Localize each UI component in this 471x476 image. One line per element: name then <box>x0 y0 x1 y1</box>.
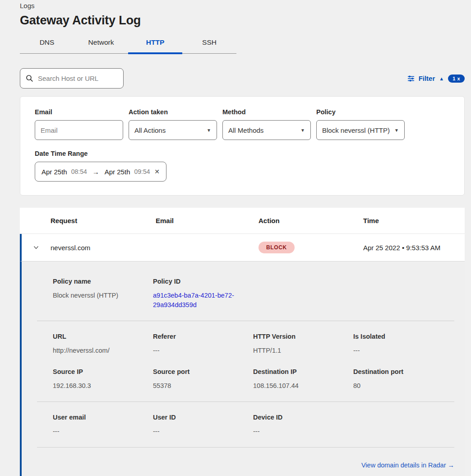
detail-value: 192.168.30.3 <box>53 381 146 391</box>
detail-value: 80 <box>353 381 446 391</box>
table-header: Request Email Action Time <box>20 208 465 234</box>
gateway-activity-log-page: Logs Gateway Activity Log DNS Network HT… <box>0 0 471 476</box>
field-policy: Policy Block neverssl (HTTP) ▼ <box>316 108 405 140</box>
field-http-version: HTTP Version HTTP/1.1 <box>253 333 353 355</box>
detail-value: --- <box>53 427 146 436</box>
action-taken-label: Action taken <box>129 108 217 116</box>
field-policy-id: Policy ID a91c3eb4-ba7a-4201-be72-29a934… <box>153 278 253 310</box>
field-user-email: User email --- <box>53 414 153 436</box>
date-time-range-label: Date Time Range <box>35 150 450 157</box>
field-email: Email <box>35 108 123 140</box>
policy-value: Block neverssl (HTTP) <box>322 126 390 134</box>
breadcrumb: Logs <box>20 0 465 9</box>
clear-date-range-icon[interactable]: ✕ <box>154 168 160 175</box>
http-request-section-row1: URL http://neverssl.com/ Referer --- HTT… <box>37 333 454 355</box>
detail-value: --- <box>253 427 346 436</box>
search-icon <box>26 75 33 82</box>
caret-down-icon: ▼ <box>394 128 399 133</box>
user-section: User email --- User ID --- Device ID --- <box>37 414 454 436</box>
field-url: URL http://neverssl.com/ <box>53 333 153 355</box>
column-header-email: Email <box>156 217 259 224</box>
arrow-right-icon: → <box>91 168 101 176</box>
field-date-time-range: Date Time Range Apr 25th 08:54 → Apr 25t… <box>35 150 450 182</box>
detail-value: Block neverssl (HTTP) <box>53 291 146 300</box>
detail-label: Source port <box>153 368 246 375</box>
email-filter-input-wrap <box>35 120 123 140</box>
tab-http[interactable]: HTTP <box>128 38 182 53</box>
field-referer: Referer --- <box>153 333 253 355</box>
caret-down-icon: ▼ <box>300 128 305 133</box>
method-select[interactable]: All Methods ▼ <box>222 120 311 140</box>
field-is-isolated: Is Isolated --- <box>353 333 453 355</box>
caret-down-icon: ▼ <box>207 128 211 133</box>
range-start-date: Apr 25th <box>42 168 67 176</box>
chevron-down-icon <box>32 244 40 251</box>
block-badge: BLOCK <box>259 242 295 253</box>
filter-count-clear-button[interactable]: 1 x <box>448 75 465 83</box>
detail-value: 55378 <box>153 381 246 391</box>
method-value: All Methods <box>228 126 263 134</box>
cell-action: BLOCK <box>259 242 363 253</box>
activity-log-table: Request Email Action Time neverssl.com B… <box>20 208 465 476</box>
detail-label: HTTP Version <box>253 333 346 340</box>
detail-value: --- <box>353 346 446 355</box>
detail-value: 108.156.107.44 <box>253 381 346 391</box>
email-filter-input[interactable] <box>41 126 117 134</box>
table-row[interactable]: neverssl.com BLOCK Apr 25 2022 • 9:53:53… <box>20 234 465 261</box>
column-header-action: Action <box>259 217 363 224</box>
policy-select[interactable]: Block neverssl (HTTP) ▼ <box>316 120 405 140</box>
detail-label: URL <box>53 333 146 340</box>
range-end-time: 09:54 <box>134 168 150 175</box>
detail-label: Destination port <box>353 368 446 375</box>
policy-id-link[interactable]: a91c3eb4-ba7a-4201-be72-29a934dd359d <box>153 291 243 310</box>
log-type-tabs: DNS Network HTTP SSH <box>20 38 236 54</box>
section-divider <box>37 447 454 448</box>
caret-up-icon: ▲ <box>439 76 444 81</box>
detail-label: Is Isolated <box>353 333 446 340</box>
field-policy-name: Policy name Block neverssl (HTTP) <box>53 278 153 310</box>
range-end-date: Apr 25th <box>105 168 130 176</box>
detail-value: http://neverssl.com/ <box>53 346 146 355</box>
policy-section: Policy name Block neverssl (HTTP) Policy… <box>37 278 454 310</box>
http-request-section-row2: Source IP 192.168.30.3 Source port 55378… <box>37 368 454 391</box>
detail-label: Destination IP <box>253 368 346 375</box>
field-user-id: User ID --- <box>153 414 253 436</box>
page-title: Gateway Activity Log <box>20 14 465 28</box>
detail-label: Source IP <box>53 368 146 375</box>
arrow-right-icon: → <box>448 462 455 469</box>
action-taken-value: All Actions <box>134 126 166 134</box>
filter-panel: Email Action taken All Actions ▼ Method … <box>20 96 465 196</box>
detail-label: Policy ID <box>153 278 246 285</box>
expanded-row-details: Policy name Block neverssl (HTTP) Policy… <box>20 261 465 476</box>
field-destination-port: Destination port 80 <box>353 368 453 391</box>
filter-icon <box>407 75 415 82</box>
view-in-radar-link[interactable]: View domain details in Radar → <box>361 462 454 469</box>
search-box[interactable] <box>20 68 124 89</box>
column-header-request: Request <box>51 217 156 224</box>
column-header-time: Time <box>363 217 465 224</box>
row-expand-toggle[interactable] <box>22 244 51 251</box>
radar-link-label: View domain details in Radar <box>361 462 446 469</box>
radar-link-row: View domain details in Radar → <box>37 461 454 469</box>
field-device-id: Device ID --- <box>253 414 353 436</box>
search-input[interactable] <box>38 75 128 82</box>
tab-network[interactable]: Network <box>74 38 128 53</box>
detail-value: --- <box>153 346 246 355</box>
detail-label: Referer <box>153 333 246 340</box>
filter-toggle-group: Filter ▲ 1 x <box>407 75 465 83</box>
filter-fields-row: Email Action taken All Actions ▼ Method … <box>35 108 450 140</box>
filter-toggle-button[interactable]: Filter <box>419 75 435 82</box>
action-taken-select[interactable]: All Actions ▼ <box>129 120 217 140</box>
tab-dns[interactable]: DNS <box>20 38 74 53</box>
section-divider <box>37 321 454 321</box>
tab-ssh[interactable]: SSH <box>182 38 236 53</box>
policy-label: Policy <box>316 108 405 116</box>
cell-request: neverssl.com <box>51 244 156 252</box>
toolbar: Filter ▲ 1 x <box>20 68 465 89</box>
field-method: Method All Methods ▼ <box>222 108 311 140</box>
field-destination-ip: Destination IP 108.156.107.44 <box>253 368 353 391</box>
cell-time: Apr 25 2022 • 9:53:53 AM <box>363 244 465 252</box>
detail-label: Policy name <box>53 278 146 285</box>
detail-label: User email <box>53 414 146 421</box>
date-time-range-picker[interactable]: Apr 25th 08:54 → Apr 25th 09:54 ✕ <box>35 162 166 182</box>
